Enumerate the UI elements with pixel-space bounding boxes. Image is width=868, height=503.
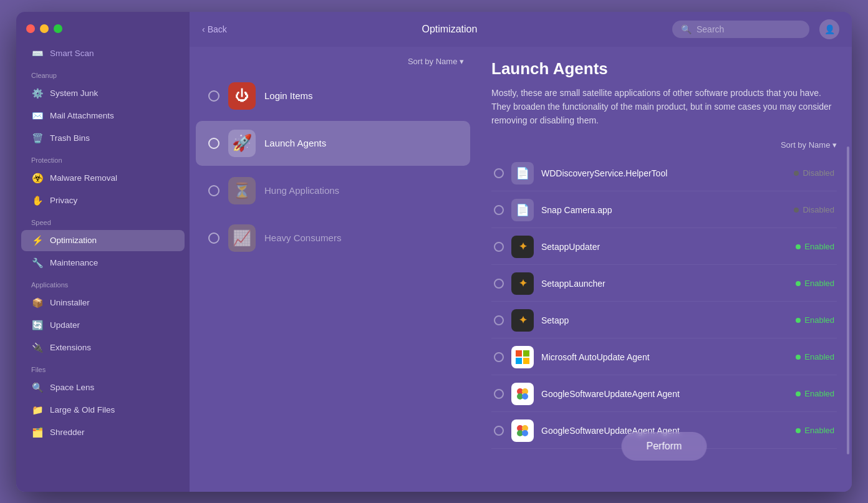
ms-autoupdate-icon xyxy=(511,346,534,368)
ms-autoupdate-radio[interactable] xyxy=(494,352,504,362)
list-item-login-items[interactable]: ⏻ Login Items xyxy=(196,74,470,118)
setappupdater-radio[interactable] xyxy=(494,242,504,252)
sidebar-item-space-lens[interactable]: 🔍 Space Lens xyxy=(21,377,185,398)
detail-title: Launch Agents xyxy=(491,59,837,79)
setapplauncher-radio[interactable] xyxy=(494,279,504,289)
sidebar-item-system-junk[interactable]: ⚙️ System Junk xyxy=(21,83,185,104)
svg-rect-2 xyxy=(516,358,522,364)
main-content: ‹ Back Optimization 🔍 👤 Sort by Name ▾ xyxy=(190,12,852,492)
space-lens-icon: 🔍 xyxy=(31,381,44,394)
agent-item-google-update-1: GoogleSoftwareUpdateAgent Agent Enabled xyxy=(491,376,837,412)
agent-item-ms-autoupdate: Microsoft AutoUpdate Agent Enabled xyxy=(491,340,837,375)
updater-icon: 🔄 xyxy=(31,319,44,332)
list-sort-bar[interactable]: Sort by Name ▾ xyxy=(190,57,476,74)
setapplauncher-icon: ✦ xyxy=(511,272,534,295)
privacy-icon: ✋ xyxy=(31,194,44,207)
google-update-2-radio[interactable] xyxy=(494,426,504,436)
sidebar-item-malware-removal[interactable]: ☣️ Malware Removal xyxy=(21,168,185,189)
sidebar-item-optimization[interactable]: ⚡ Optimization xyxy=(21,230,185,251)
hung-apps-icon: ⏳ xyxy=(228,177,256,204)
trash-icon: 🗑️ xyxy=(31,132,44,145)
sidebar: ⌨️ Smart Scan Cleanup ⚙️ System Junk ✉️ … xyxy=(16,12,190,492)
ms-autoupdate-name: Microsoft AutoUpdate Agent xyxy=(541,352,788,362)
sidebar-section-protection: Protection xyxy=(16,150,190,166)
sidebar-item-updater[interactable]: 🔄 Updater xyxy=(21,315,185,336)
sidebar-item-maintenance[interactable]: 🔧 Maintenance xyxy=(21,252,185,274)
agent-item-snap-camera: 📄 Snap Camera.app Disabled xyxy=(491,193,837,228)
close-button[interactable] xyxy=(26,24,35,33)
setapplauncher-name: SetappLauncher xyxy=(541,279,788,289)
sidebar-item-trash-bins[interactable]: 🗑️ Trash Bins xyxy=(21,128,185,149)
google-update-1-status-label: Enabled xyxy=(804,389,834,398)
google-update-2-status-dot xyxy=(796,428,801,433)
extensions-icon: 🔌 xyxy=(31,342,44,354)
setappupdater-status: Enabled xyxy=(796,242,834,251)
sidebar-section-applications: Applications xyxy=(16,275,190,291)
wddiscovery-radio[interactable] xyxy=(494,168,504,178)
setappupdater-icon: ✦ xyxy=(511,236,534,258)
sidebar-item-large-old-files[interactable]: 📁 Large & Old Files xyxy=(21,400,185,421)
sidebar-item-privacy[interactable]: ✋ Privacy xyxy=(21,190,185,211)
large-files-icon: 📁 xyxy=(31,404,44,416)
google-update-2-icon xyxy=(511,419,534,442)
setapp-status-dot xyxy=(796,318,801,323)
launch-agents-icon: 🚀 xyxy=(228,130,256,157)
hung-apps-radio[interactable] xyxy=(208,185,219,196)
snap-camera-radio[interactable] xyxy=(494,205,504,215)
scrollbar[interactable] xyxy=(847,146,849,454)
perform-button[interactable]: Perform xyxy=(622,432,707,461)
setappupdater-name: SetappUpdater xyxy=(541,242,788,252)
system-junk-icon: ⚙️ xyxy=(31,87,44,100)
hung-apps-label: Hung Applications xyxy=(264,185,339,196)
maximize-button[interactable] xyxy=(54,24,62,33)
detail-sort-bar[interactable]: Sort by Name ▾ xyxy=(491,140,837,150)
heavy-consumers-label: Heavy Consumers xyxy=(264,232,341,243)
wddiscovery-icon: 📄 xyxy=(511,162,534,184)
back-button[interactable]: ‹ Back xyxy=(202,24,227,34)
optimization-icon: ⚡ xyxy=(31,234,44,247)
avatar-icon: 👤 xyxy=(824,24,835,34)
launch-agents-label: Launch Agents xyxy=(264,138,326,148)
search-input[interactable] xyxy=(697,24,801,34)
google-update-2-status: Enabled xyxy=(796,426,834,435)
launch-agents-radio[interactable] xyxy=(208,138,219,149)
google-update-2-status-label: Enabled xyxy=(804,426,834,435)
list-item-hung-applications[interactable]: ⏳ Hung Applications xyxy=(196,168,470,213)
detail-description: Mostly, these are small satellite applic… xyxy=(491,86,837,128)
sidebar-item-smart-scan[interactable]: ⌨️ Smart Scan xyxy=(21,43,185,64)
list-panel: Sort by Name ▾ ⏻ Login Items 🚀 Launch Ag… xyxy=(190,47,476,492)
google-update-1-status-dot xyxy=(796,391,801,396)
sidebar-item-mail-attachments[interactable]: ✉️ Mail Attachments xyxy=(21,105,185,127)
snap-camera-status: Disabled xyxy=(794,205,834,214)
heavy-consumers-icon: 📈 xyxy=(228,224,256,252)
app-window: ⌨️ Smart Scan Cleanup ⚙️ System Junk ✉️ … xyxy=(16,12,852,492)
search-bar[interactable]: 🔍 xyxy=(672,21,809,38)
setapp-name: Setapp xyxy=(541,315,788,325)
maintenance-icon: 🔧 xyxy=(31,257,44,269)
list-item-heavy-consumers[interactable]: 📈 Heavy Consumers xyxy=(196,216,470,261)
malware-icon: ☣️ xyxy=(31,172,44,184)
setapp-status: Enabled xyxy=(796,315,834,325)
sidebar-item-uninstaller[interactable]: 📦 Uninstaller xyxy=(21,292,185,314)
google-update-1-radio[interactable] xyxy=(494,389,504,399)
setapp-radio[interactable] xyxy=(494,315,504,325)
wddiscovery-name: WDDiscoveryService.HelperTool xyxy=(541,168,786,178)
snap-camera-status-dot xyxy=(794,208,799,213)
page-title: Optimization xyxy=(237,24,662,35)
list-item-launch-agents[interactable]: 🚀 Launch Agents xyxy=(196,121,470,166)
snap-camera-name: Snap Camera.app xyxy=(541,205,786,215)
minimize-button[interactable] xyxy=(40,24,49,33)
setappupdater-status-dot xyxy=(796,244,801,249)
login-items-radio[interactable] xyxy=(208,90,219,102)
heavy-consumers-radio[interactable] xyxy=(208,232,219,244)
search-icon: 🔍 xyxy=(681,24,692,34)
ms-autoupdate-status: Enabled xyxy=(796,352,834,362)
agent-item-setapp: ✦ Setapp Enabled xyxy=(491,303,837,338)
sidebar-item-shredder[interactable]: 🗂️ Shredder xyxy=(21,422,185,443)
setapplauncher-status-dot xyxy=(796,281,801,286)
sidebar-section-files: Files xyxy=(16,360,190,376)
shredder-icon: 🗂️ xyxy=(31,426,44,439)
sidebar-item-extensions[interactable]: 🔌 Extensions xyxy=(21,337,185,358)
agent-item-setappupdater: ✦ SetappUpdater Enabled xyxy=(491,229,837,265)
google-update-1-icon xyxy=(511,383,534,405)
